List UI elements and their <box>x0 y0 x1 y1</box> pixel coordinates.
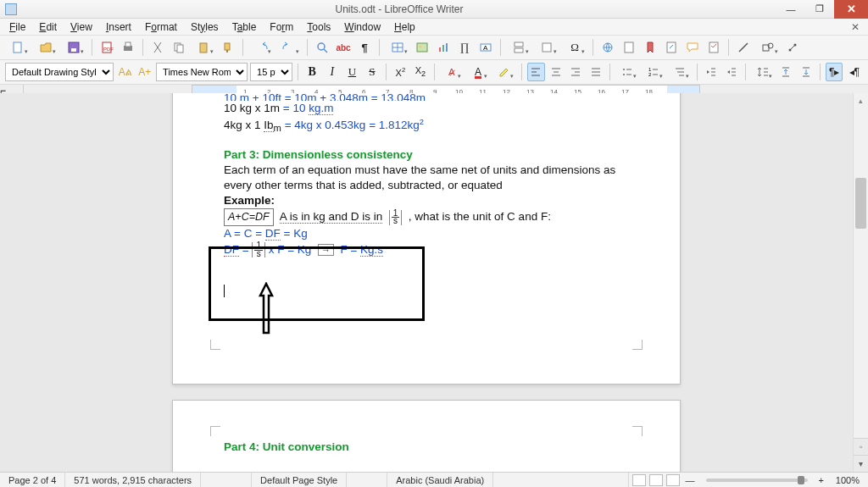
increase-indent-button[interactable] <box>703 63 721 81</box>
copy-button[interactable] <box>170 38 188 57</box>
footnote-button[interactable] <box>620 38 638 57</box>
svg-rect-28 <box>625 42 633 53</box>
close-document-button[interactable]: ✕ <box>846 21 865 33</box>
para-spacing-inc-button[interactable] <box>777 63 795 81</box>
decrease-indent-button[interactable] <box>722 63 740 81</box>
bullet-list-button[interactable] <box>615 63 639 81</box>
bookmark-button[interactable] <box>641 38 659 57</box>
insert-textbox-button[interactable]: A <box>476 38 495 57</box>
scroll-up-button[interactable]: ▴ <box>854 93 868 108</box>
prev-page-button[interactable]: ◦ <box>854 438 868 455</box>
status-wordcount[interactable]: 571 words, 2,915 characters <box>65 473 201 487</box>
font-color-button[interactable]: A <box>466 63 490 81</box>
insert-image-button[interactable] <box>413 38 431 57</box>
track-changes-button[interactable] <box>704 38 723 57</box>
formatting-toolbar: Default Drawing Style Aል A+ Times New Ro… <box>0 60 868 85</box>
strike-button[interactable]: S <box>364 63 381 81</box>
font-name-combo[interactable]: Times New Roman <box>156 63 248 81</box>
ltr-button[interactable]: ¶▸ <box>826 63 843 81</box>
view-multi-button[interactable] <box>649 474 663 486</box>
print-button[interactable] <box>119 38 137 57</box>
outline-button[interactable] <box>668 63 692 81</box>
font-size-combo[interactable]: 15 pt <box>250 63 292 81</box>
comment-button[interactable] <box>683 38 702 57</box>
menu-insert[interactable]: Insert <box>100 19 137 35</box>
menu-help[interactable]: Help <box>388 19 421 35</box>
save-button[interactable] <box>61 38 86 57</box>
view-single-button[interactable] <box>632 474 646 486</box>
paste-button[interactable] <box>191 38 216 57</box>
status-empty2 <box>347 473 387 487</box>
close-button[interactable]: ✕ <box>834 0 868 19</box>
scroll-thumb[interactable] <box>855 178 866 229</box>
align-right-button[interactable] <box>567 63 585 81</box>
status-page[interactable]: Page 2 of 4 <box>0 473 65 487</box>
subscript-button[interactable]: X2 <box>412 63 430 81</box>
export-pdf-button[interactable]: PDF <box>97 38 116 57</box>
maximize-button[interactable]: ❐ <box>805 0 834 19</box>
svg-rect-21 <box>446 43 448 52</box>
status-language[interactable]: Arabic (Saudi Arabia) <box>387 473 493 487</box>
insert-field-button[interactable] <box>534 38 559 57</box>
number-list-button[interactable]: 12 <box>642 63 665 81</box>
insert-chart-button[interactable] <box>434 38 453 57</box>
cut-button[interactable] <box>148 38 167 57</box>
svg-rect-30 <box>709 42 718 53</box>
formatting-marks-button[interactable]: ¶ <box>355 38 374 57</box>
redo-button[interactable] <box>276 38 302 57</box>
underline-button[interactable]: U <box>343 63 361 81</box>
draw-functions-button[interactable] <box>783 38 802 57</box>
new-button[interactable] <box>5 38 31 57</box>
insert-formula-button[interactable]: ∏ <box>455 38 474 57</box>
open-button[interactable] <box>33 38 58 57</box>
svg-rect-19 <box>439 47 441 52</box>
hyperlink-button[interactable] <box>598 38 617 57</box>
menu-edit[interactable]: Edit <box>33 19 63 35</box>
paragraph-style-combo[interactable]: Default Drawing Style <box>5 63 114 81</box>
clear-format-button[interactable]: A̷ <box>440 63 464 81</box>
shapes-button[interactable] <box>755 38 781 57</box>
italic-button[interactable]: I <box>324 63 342 81</box>
new-style-button[interactable]: A+ <box>136 63 154 81</box>
status-zoom[interactable]: 100% <box>827 473 868 487</box>
minimize-button[interactable]: — <box>776 0 805 19</box>
vertical-scrollbar[interactable]: ▴ ◦ ▾ <box>853 93 868 472</box>
para-spacing-dec-button[interactable] <box>797 63 815 81</box>
special-char-button[interactable]: Ω <box>562 38 587 57</box>
highlight-button[interactable] <box>492 63 516 81</box>
menu-table[interactable]: Table <box>226 19 263 35</box>
menu-file[interactable]: File <box>3 19 31 35</box>
example-line: A+C=DF A is in kg and D is in 1s , what … <box>224 208 629 226</box>
menu-format[interactable]: Format <box>139 19 183 35</box>
next-page-button[interactable]: ▾ <box>854 455 868 472</box>
line-spacing-button[interactable] <box>751 63 775 81</box>
menu-styles[interactable]: Styles <box>185 19 225 35</box>
cross-ref-button[interactable] <box>662 38 681 57</box>
line-button[interactable] <box>734 38 753 57</box>
zoom-slider[interactable] <box>706 479 808 482</box>
menu-view[interactable]: View <box>64 19 98 35</box>
status-page-style[interactable]: Default Page Style <box>252 473 347 487</box>
page-break-button[interactable] <box>506 38 531 57</box>
clone-format-button[interactable] <box>219 38 237 57</box>
find-button[interactable] <box>313 38 331 57</box>
insert-table-button[interactable] <box>385 38 410 57</box>
menu-form[interactable]: Form <box>264 19 299 35</box>
undo-button[interactable] <box>248 38 274 57</box>
update-style-button[interactable]: Aል <box>116 63 134 81</box>
menu-window[interactable]: Window <box>338 19 387 35</box>
svg-line-13 <box>324 49 327 53</box>
view-book-button[interactable] <box>666 474 680 486</box>
menu-tools[interactable]: Tools <box>301 19 337 35</box>
svg-rect-26 <box>542 43 551 52</box>
spellcheck-button[interactable]: abc <box>334 38 353 57</box>
document-workspace[interactable]: 10 m + 10ft = 10m + 3.048m = 13.048m 10 … <box>0 93 853 472</box>
page-2: 10 m + 10ft = 10m + 3.048m = 13.048m 10 … <box>172 93 681 385</box>
rtl-button[interactable]: ◂¶ <box>845 63 863 81</box>
align-left-button[interactable] <box>527 63 545 81</box>
align-center-button[interactable] <box>548 63 565 81</box>
superscript-button[interactable]: X2 <box>392 63 409 81</box>
app-icon <box>5 3 17 15</box>
bold-button[interactable]: B <box>303 63 321 81</box>
align-justify-button[interactable] <box>587 63 605 81</box>
